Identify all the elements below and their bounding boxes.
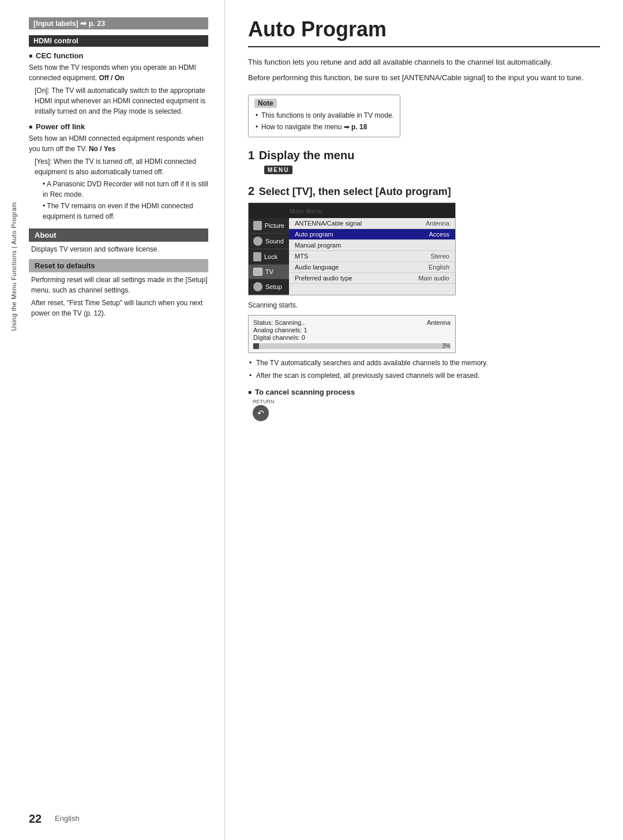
cancel-section: To cancel scanning process RETURN ↶ xyxy=(248,388,600,421)
tv-menu-item-lock: Lock xyxy=(249,249,289,265)
scanning-starts: Scanning starts. xyxy=(248,300,600,310)
about-header: About xyxy=(29,228,208,242)
power-off-bullet2: • The TV remains on even if the HDMI con… xyxy=(43,201,208,222)
tv-menu-item-sound: Sound xyxy=(249,234,289,249)
viera-sub: Main Menu xyxy=(290,208,322,215)
picture-icon xyxy=(253,221,262,230)
tv-icon xyxy=(253,268,262,276)
tv-menu-item-setup: Setup xyxy=(249,279,289,295)
reset-desc2: After reset, "First Time Setup" will lau… xyxy=(31,298,208,318)
step2-header: 2 Select [TV], then select [Auto program… xyxy=(248,185,600,198)
left-column: [Input labels] ➡ p. 23 HDMI control CEC … xyxy=(0,0,225,840)
power-off-link-title: Power off link xyxy=(29,122,208,131)
tv-menu-right: ANTENNA/Cable signal Antenna Auto progra… xyxy=(289,218,455,295)
note-box: Note This functions is only available in… xyxy=(248,95,400,137)
note-item-2: How to navigate the menu ➡ p. 18 xyxy=(254,122,394,132)
about-desc: Displays TV version and software license… xyxy=(31,244,208,254)
cec-on-item: [On]: The TV will automatically switch t… xyxy=(35,85,208,117)
scan-digital-row: Digital channels: 0 xyxy=(253,334,451,341)
tv-menu-row-antenna: ANTENNA/Cable signal Antenna xyxy=(289,218,455,229)
cec-desc: Sets how the TV responds when you operat… xyxy=(29,62,208,83)
tv-menu-row-mts: MTS Stereo xyxy=(289,251,455,262)
intro-text-1: This function lets you retune and add al… xyxy=(248,57,600,69)
note-label: Note xyxy=(254,99,277,108)
return-label: RETURN xyxy=(253,399,600,404)
scan-progress-fill xyxy=(253,343,259,349)
note-item-1: This functions is only available in TV m… xyxy=(254,110,394,121)
scan-analog: Analog channels: 1 xyxy=(253,327,307,333)
viera-logo: VIERA xyxy=(253,205,284,215)
intro-text-2: Before performing this function, be sure… xyxy=(248,72,600,84)
scan-box: Status: Scanning.. Antenna Analog channe… xyxy=(248,315,456,353)
setup-icon xyxy=(253,282,262,291)
scan-progress-bar: 3% xyxy=(253,343,451,349)
scan-status: Status: Scanning.. xyxy=(253,319,305,326)
step2-label: Select [TV], then select [Auto program] xyxy=(259,186,451,197)
hdmi-control-header: HDMI control xyxy=(29,35,208,47)
page-language: English xyxy=(55,814,80,823)
tv-menu-row-audio-type: Preferred audio type Main audio xyxy=(289,273,455,284)
scan-digital: Digital channels: 0 xyxy=(253,334,305,341)
return-area: RETURN ↶ xyxy=(253,399,600,421)
scan-percent: 3% xyxy=(442,343,451,349)
page-container: Using the Menu Functions | Auto Program … xyxy=(0,0,623,840)
tv-menu-header: VIERA Main Menu xyxy=(249,203,455,218)
power-off-bullet1: • A Panasonic DVD Recorder will not turn… xyxy=(43,179,208,200)
step1-header: 1 Display the menu xyxy=(248,149,600,162)
tv-menu-row-manual: Manual program xyxy=(289,240,455,251)
step1-label: Display the menu xyxy=(259,149,355,162)
tv-menu-item-tv: TV xyxy=(249,265,289,279)
right-column: Auto Program This function lets you retu… xyxy=(225,0,623,840)
scan-analog-row: Analog channels: 1 xyxy=(253,327,451,333)
cancel-title: To cancel scanning process xyxy=(248,388,600,396)
scan-status-row: Status: Scanning.. Antenna xyxy=(253,319,451,326)
tv-menu-item-picture: Picture xyxy=(249,218,289,234)
tv-menu-left: Picture Sound Lock TV xyxy=(249,218,289,295)
scan-antenna: Antenna xyxy=(427,319,451,326)
tv-menu-row-auto: Auto program Access xyxy=(289,229,455,240)
sound-icon xyxy=(253,237,262,246)
lock-icon xyxy=(253,252,261,261)
power-off-yes-item: [Yes]: When the TV is turned off, all HD… xyxy=(35,156,208,177)
reset-desc1: Performing reset will clear all settings… xyxy=(31,275,208,295)
return-button[interactable]: ↶ xyxy=(253,405,269,421)
menu-key-icon: MENU xyxy=(264,166,292,174)
tv-menu: VIERA Main Menu Picture Sound Lock xyxy=(248,202,456,295)
cec-function-title: CEC function xyxy=(29,51,208,60)
result-bullet-1: The TV automatically searches and adds a… xyxy=(248,358,600,368)
power-off-desc: Sets how an HDMI connected equipment res… xyxy=(29,133,208,154)
result-bullet-2: After the scan is completed, all previou… xyxy=(248,370,600,381)
reset-header: Reset to defaults xyxy=(29,259,208,272)
input-labels-ref: [Input labels] ➡ p. 23 xyxy=(29,17,208,29)
tv-menu-body: Picture Sound Lock TV xyxy=(249,218,455,295)
page-number: 22 xyxy=(29,812,42,826)
page-title: Auto Program xyxy=(248,17,600,47)
tv-menu-row-audio-lang: Audio language English xyxy=(289,262,455,273)
